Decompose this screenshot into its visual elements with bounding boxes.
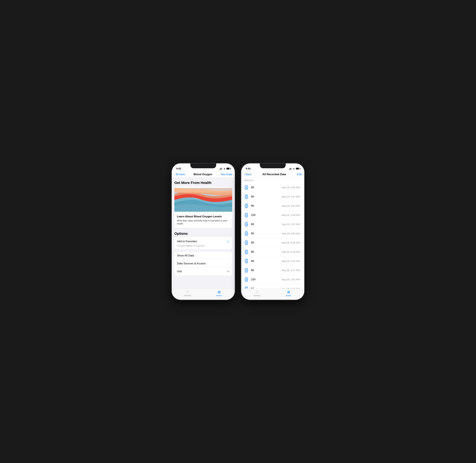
svg-rect-83 bbox=[246, 277, 246, 278]
back-button[interactable]: ‹ Browse bbox=[174, 173, 185, 176]
data-row[interactable]: O₂ 99Sep 28, 8:36 PM› bbox=[241, 238, 304, 247]
chevron-left-icon: ‹ bbox=[174, 173, 175, 176]
chevron-right-icon: › bbox=[301, 205, 302, 207]
back-button[interactable]: ‹ Back bbox=[244, 173, 251, 176]
data-row[interactable]: O₂ 98Sep 29, 5:50 PM› bbox=[241, 183, 304, 192]
svg-rect-20 bbox=[247, 204, 247, 205]
browse-tab[interactable]: ⊞ Browse bbox=[273, 290, 304, 296]
svg-rect-60 bbox=[247, 250, 247, 250]
svg-text:O₂: O₂ bbox=[246, 242, 247, 243]
svg-rect-3 bbox=[246, 185, 246, 186]
data-row[interactable]: O₂ 96Sep 29, 4:43 PM› bbox=[241, 201, 304, 211]
chevron-right-icon: › bbox=[301, 214, 302, 216]
svg-text:O₂: O₂ bbox=[246, 279, 247, 280]
data-value: 100 bbox=[251, 214, 282, 217]
svg-rect-37 bbox=[246, 226, 246, 227]
svg-rect-54 bbox=[247, 244, 247, 245]
data-list: O₂ 98Sep 29, 5:50 PM› O₂ 96Sep 29, 4:47 … bbox=[241, 183, 304, 289]
star-icon[interactable]: ☆ bbox=[226, 239, 229, 243]
status-time: 5:52 bbox=[246, 167, 251, 170]
watch-icon: O₂ bbox=[244, 203, 249, 208]
data-row[interactable]: O₂ 96Sep 29, 4:47 PM› bbox=[241, 192, 304, 201]
data-value: 98 bbox=[251, 269, 282, 272]
data-date: Sep 28, 3:27 PM bbox=[282, 269, 300, 272]
data-sources-label: Data Sources & Access bbox=[177, 262, 206, 265]
summary-tab-label: Summary bbox=[184, 295, 191, 296]
data-row[interactable]: O₂ 99Sep 28, 4:29 PM› bbox=[241, 247, 304, 257]
data-row[interactable]: O₂ 100Sep 28, 2:57 PM› bbox=[241, 275, 304, 284]
svg-rect-53 bbox=[246, 244, 246, 245]
signal-icon bbox=[220, 168, 222, 169]
unit-right: % bbox=[227, 270, 229, 273]
heart-icon: ♡ bbox=[186, 290, 189, 294]
svg-rect-28 bbox=[247, 213, 247, 214]
browse-tab-label: Browse bbox=[216, 295, 222, 296]
status-icons: ▲ bbox=[220, 167, 230, 170]
chevron-right-icon: › bbox=[301, 260, 302, 262]
add-data-button[interactable]: Add Data bbox=[221, 173, 232, 176]
data-row[interactable]: O₂ 97Sep 28, 2:25 PM› bbox=[241, 284, 304, 289]
svg-text:O₂: O₂ bbox=[246, 224, 247, 225]
unit-value: % bbox=[227, 270, 229, 273]
data-row[interactable]: O₂ 98Sep 29, 1:37 PM› bbox=[241, 220, 304, 229]
show-all-data-right: › bbox=[229, 254, 229, 257]
svg-rect-61 bbox=[246, 253, 246, 254]
unit-item[interactable]: Unit % bbox=[174, 267, 232, 275]
page-title: Blood Oxygen bbox=[193, 173, 212, 176]
section-label: PERCENT bbox=[241, 178, 304, 183]
scroll-area: Get More From Health bbox=[172, 178, 235, 289]
browse-tab[interactable]: ⊞ Browse bbox=[203, 290, 235, 296]
health-card-image bbox=[174, 187, 232, 213]
browse-tab-label: Browse bbox=[286, 295, 291, 296]
health-card-heading: Learn About Blood Oxygen Levels bbox=[177, 215, 229, 218]
data-value: 98 bbox=[251, 223, 282, 226]
add-to-favorites-label: Add to Favorites bbox=[177, 240, 197, 243]
summary-tab[interactable]: ♡ Summary bbox=[241, 290, 273, 296]
chevron-right-icon: › bbox=[301, 186, 302, 189]
signal-icon bbox=[289, 168, 292, 169]
show-all-data-item[interactable]: Show All Data › bbox=[174, 252, 232, 260]
svg-rect-5 bbox=[246, 189, 246, 190]
watch-icon: O₂ bbox=[244, 268, 249, 273]
svg-rect-27 bbox=[246, 213, 246, 214]
chevron-right-icon: › bbox=[229, 254, 229, 257]
data-sources-right: › bbox=[229, 262, 229, 265]
svg-text:O₂: O₂ bbox=[246, 205, 247, 206]
data-row[interactable]: O₂ 96Sep 29, 9:50 AM› bbox=[241, 229, 304, 238]
notch bbox=[260, 163, 286, 168]
svg-rect-76 bbox=[247, 268, 247, 269]
svg-rect-38 bbox=[247, 226, 247, 227]
svg-rect-43 bbox=[246, 231, 246, 232]
svg-rect-19 bbox=[246, 204, 246, 205]
svg-rect-30 bbox=[247, 217, 247, 217]
data-value: 98 bbox=[251, 186, 282, 189]
svg-text:O₂: O₂ bbox=[246, 187, 247, 188]
edit-button[interactable]: Edit bbox=[297, 173, 302, 176]
page-title: All Recorded Data bbox=[262, 173, 286, 176]
data-row[interactable]: O₂ 96Sep 28, 4:01 PM› bbox=[241, 257, 304, 266]
data-row[interactable]: O₂ 98Sep 28, 3:27 PM› bbox=[241, 266, 304, 275]
data-value: 96 bbox=[251, 259, 282, 263]
health-card-description: What they mean and why they're important… bbox=[177, 219, 229, 225]
data-row[interactable]: O₂ 100Sep 29, 3:09 PM› bbox=[241, 211, 304, 220]
svg-rect-62 bbox=[247, 253, 247, 254]
svg-rect-35 bbox=[246, 222, 246, 223]
chevron-left-icon: ‹ bbox=[244, 173, 245, 176]
chevron-right-icon: › bbox=[301, 232, 302, 235]
svg-rect-29 bbox=[246, 217, 246, 217]
data-date: Sep 28, 8:36 PM bbox=[282, 241, 300, 244]
svg-rect-45 bbox=[246, 235, 246, 236]
data-value: 99 bbox=[251, 241, 282, 244]
svg-rect-92 bbox=[247, 286, 247, 287]
svg-rect-67 bbox=[246, 259, 246, 260]
favorites-block: Add to Favorites ☆ Favorites appear in S… bbox=[174, 237, 232, 249]
data-value: 96 bbox=[251, 232, 282, 235]
nav-bar: ‹ Browse Blood Oxygen Add Data bbox=[172, 171, 235, 178]
health-card[interactable]: Learn About Blood Oxygen Levels What the… bbox=[174, 187, 232, 228]
svg-text:O₂: O₂ bbox=[246, 196, 247, 197]
summary-tab[interactable]: ♡ Summary bbox=[172, 290, 203, 296]
watch-icon: O₂ bbox=[244, 258, 249, 264]
data-date: Sep 28, 2:25 PM bbox=[282, 287, 300, 289]
data-sources-item[interactable]: Data Sources & Access › bbox=[174, 260, 232, 267]
svg-rect-1 bbox=[174, 188, 232, 192]
